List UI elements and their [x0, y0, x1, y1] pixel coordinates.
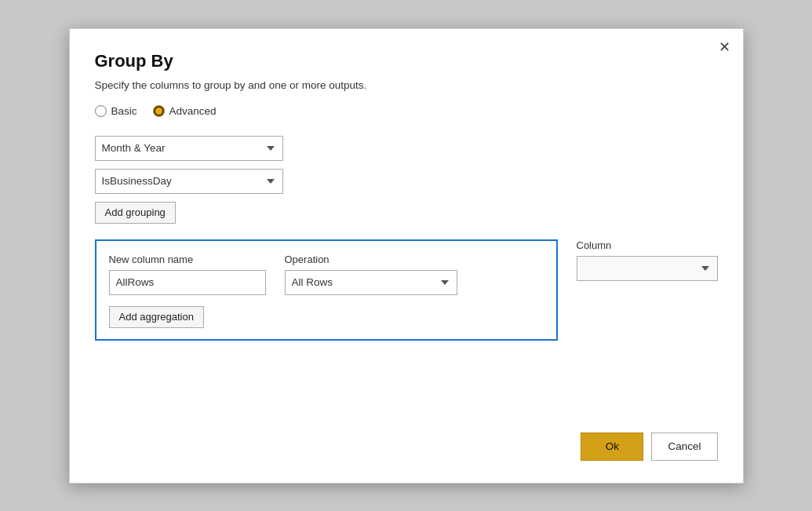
column-label: Column: [577, 239, 718, 251]
grouping-row-1: Month & Year Month Year Date: [95, 136, 718, 161]
operation-select[interactable]: All Rows Sum Average Min Max Count: [285, 270, 457, 295]
agg-columns: New column name Operation All Rows Sum A…: [109, 254, 544, 295]
radio-advanced-label: Advanced: [169, 105, 217, 117]
new-col-label: New column name: [109, 254, 266, 265]
agg-col-op: Operation All Rows Sum Average Min Max C…: [285, 254, 457, 295]
grouping-dropdown-2[interactable]: IsBusinessDay Date Month Year: [95, 169, 283, 194]
new-col-input[interactable]: [109, 270, 266, 295]
add-aggregation-button[interactable]: Add aggregation: [109, 306, 204, 328]
radio-basic-label: Basic: [111, 105, 137, 117]
radio-advanced-option[interactable]: Advanced: [153, 105, 217, 117]
column-select[interactable]: [577, 256, 718, 281]
radio-basic[interactable]: [95, 105, 107, 117]
agg-col-name: New column name: [109, 254, 266, 295]
dialog-subtitle: Specify the columns to group by and one …: [95, 79, 718, 91]
operation-label: Operation: [285, 254, 457, 265]
add-grouping-button[interactable]: Add grouping: [95, 202, 176, 224]
grouping-dropdown-1[interactable]: Month & Year Month Year Date: [95, 136, 283, 161]
dialog: ✕ Group By Specify the columns to group …: [69, 28, 744, 484]
dialog-title: Group By: [95, 51, 718, 71]
close-button[interactable]: ✕: [719, 40, 730, 54]
column-section: Column: [577, 239, 718, 281]
add-grouping-row: Add grouping: [95, 202, 718, 224]
radio-basic-option[interactable]: Basic: [95, 105, 137, 117]
radio-advanced[interactable]: [153, 105, 165, 117]
cancel-button[interactable]: Cancel: [651, 433, 717, 461]
radio-group: Basic Advanced: [95, 105, 718, 117]
ok-button[interactable]: Ok: [581, 433, 643, 461]
dialog-overlay: ✕ Group By Specify the columns to group …: [0, 0, 812, 511]
dialog-footer: Ok Cancel: [95, 401, 718, 461]
grouping-row-2: IsBusinessDay Date Month Year: [95, 169, 718, 194]
aggregation-row: New column name Operation All Rows Sum A…: [95, 239, 718, 353]
groupings-section: Month & Year Month Year Date IsBusinessD…: [95, 136, 718, 224]
aggregation-section: New column name Operation All Rows Sum A…: [95, 239, 558, 341]
